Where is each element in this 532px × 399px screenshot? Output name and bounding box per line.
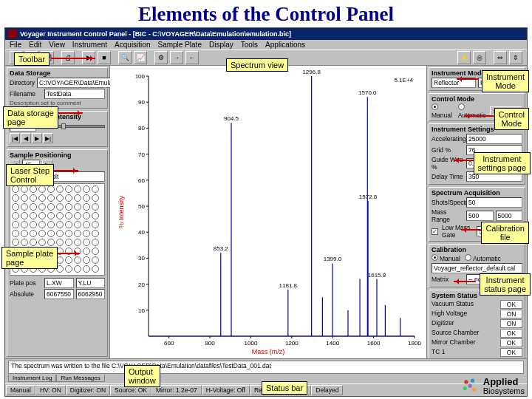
output-tab-run[interactable]: Run Messages [56,375,104,382]
tool-collapse-icon[interactable]: ⇕ [509,51,522,64]
well[interactable] [83,265,90,273]
well[interactable] [74,256,81,264]
tool-config-icon[interactable]: ⚙ [154,51,168,64]
well[interactable] [47,230,55,237]
well[interactable] [56,230,64,237]
calibration-file-field[interactable]: Voyager_reflector_default.cal [432,263,522,273]
cal-radio-manual[interactable]: Manual [432,254,460,262]
well[interactable] [21,230,28,237]
well[interactable] [92,203,99,211]
filename-field[interactable]: TestData [44,89,105,99]
tool-target-icon[interactable]: ◎ [473,51,486,64]
tool-stop-icon[interactable]: ■ [98,51,111,64]
well[interactable] [92,265,99,273]
well[interactable] [56,203,64,211]
well[interactable] [74,239,81,246]
well[interactable] [83,221,90,228]
well[interactable] [12,230,19,237]
well[interactable] [74,185,81,193]
well[interactable] [92,185,99,193]
well[interactable] [21,203,28,211]
step-next-icon[interactable]: ▶ [32,133,42,143]
well[interactable] [56,185,64,193]
output-tab-log[interactable]: Instrument Log [8,375,56,382]
menu-view[interactable]: View [49,41,65,49]
well[interactable] [65,212,72,219]
well[interactable] [30,239,37,246]
well[interactable] [21,239,28,246]
well[interactable] [56,221,64,228]
well[interactable] [38,212,46,219]
well[interactable] [65,239,72,246]
well[interactable] [47,221,55,228]
well[interactable] [12,212,19,219]
output-text[interactable]: The spectrum was written to the file C:\… [8,361,524,374]
well[interactable] [30,203,37,211]
tool-prev-icon[interactable]: ← [185,51,199,64]
menu-acquisition[interactable]: Acquisition [115,41,150,49]
well[interactable] [74,194,81,202]
well[interactable] [65,203,72,211]
tool-hv-icon[interactable]: ⚡ [457,51,471,64]
well[interactable] [38,203,46,211]
radio-manual[interactable]: Manual [432,103,454,119]
well[interactable] [65,194,72,202]
well[interactable] [65,230,72,237]
well[interactable] [65,265,72,273]
well[interactable] [65,221,72,228]
well[interactable] [74,230,81,237]
well[interactable] [12,203,19,211]
well[interactable] [38,194,46,202]
cal-radio-auto[interactable]: Automatic [465,254,501,262]
well[interactable] [92,248,99,255]
menu-file[interactable]: File [10,41,21,49]
well[interactable] [56,239,64,246]
well[interactable] [30,212,37,219]
well[interactable] [47,203,55,211]
tool-graph-icon[interactable]: 📈 [134,51,147,64]
well[interactable] [47,212,55,219]
well[interactable] [56,194,64,202]
well[interactable] [65,185,72,193]
well[interactable] [47,185,55,193]
mass-lo-field[interactable]: 500 [466,211,494,221]
well[interactable] [30,221,37,228]
well[interactable] [83,239,90,246]
menu-instrument[interactable]: Instrument [72,41,107,49]
menu-sampleplate[interactable]: Sample Plate [157,41,201,49]
well[interactable] [12,194,19,202]
step-prev-icon[interactable]: ◀ [21,133,31,143]
menu-edit[interactable]: Edit [29,41,41,49]
tool-zoom-icon[interactable]: 🔍 [118,51,132,64]
well[interactable] [83,212,90,219]
well[interactable] [12,221,19,228]
accel-field[interactable]: 25000 [466,134,522,144]
well[interactable] [83,248,90,255]
menu-applications[interactable]: Applications [265,41,305,49]
menu-tools[interactable]: Tools [241,41,258,49]
well[interactable] [83,203,90,211]
well[interactable] [92,230,99,237]
well[interactable] [83,194,90,202]
well[interactable] [47,239,55,246]
well[interactable] [92,256,99,264]
well[interactable] [92,239,99,246]
tool-next-icon[interactable]: → [170,51,183,64]
well[interactable] [74,265,81,273]
well[interactable] [47,194,55,202]
step-last-icon[interactable]: ▶| [43,133,53,143]
well[interactable] [74,203,81,211]
well[interactable] [74,212,81,219]
well[interactable] [38,221,46,228]
menu-display[interactable]: Display [209,41,233,49]
well[interactable] [21,221,28,228]
step-first-icon[interactable]: |◀ [10,133,20,143]
tool-expand-icon[interactable]: ⇔ [494,51,507,64]
lowmass-checkbox[interactable]: ✓ [432,228,438,235]
well[interactable] [21,194,28,202]
well[interactable] [38,239,46,246]
well[interactable] [83,185,90,193]
well[interactable] [12,239,19,246]
well[interactable] [92,194,99,202]
well[interactable] [21,185,28,193]
